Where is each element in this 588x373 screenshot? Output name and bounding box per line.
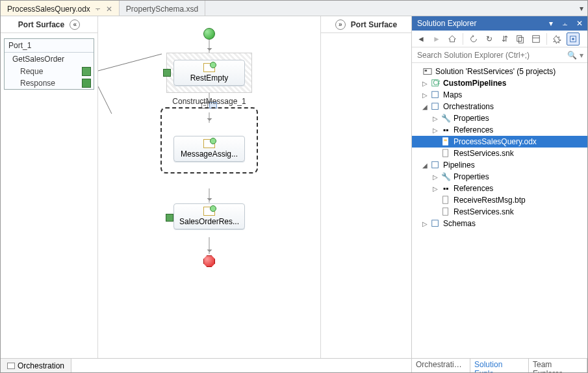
tree-references[interactable]: ▷ ▪▪ References [412, 124, 587, 136]
node-label: References [454, 184, 493, 193]
collapse-left-icon[interactable]: « [70, 19, 80, 30]
expand-icon[interactable]: ▷ [421, 220, 429, 227]
port-surface-title: Port Surface [351, 20, 397, 29]
home-icon[interactable] [446, 32, 459, 45]
stop-shape[interactable] [203, 255, 215, 267]
tree-properties[interactable]: ▷ 🔧 Properties [412, 112, 587, 124]
autohide-pin-icon[interactable]: ⫠ [560, 19, 570, 28]
connector-arrow [209, 237, 210, 254]
design-canvas[interactable]: RestEmpty − ConstructMessage_1 MessageAs… [98, 16, 320, 358]
tree-file-snk[interactable]: RestServices.snk [412, 206, 587, 218]
tree-file-snk[interactable]: RestServices.snk [412, 148, 587, 159]
svg-rect-14 [443, 138, 448, 145]
collapse-right-icon[interactable]: » [335, 19, 346, 30]
svg-rect-2 [517, 35, 522, 41]
view-icon[interactable] [567, 32, 580, 45]
solution-tree[interactable]: Solution 'RestServices' (5 projects) ▷ C… [412, 63, 587, 358]
tree-project-schemas[interactable]: ▷ Schemas [412, 218, 587, 229]
receive-container: RestEmpty [166, 53, 252, 93]
solution-explorer-search[interactable]: 🔍 ▾ [412, 47, 587, 63]
solution-explorer-titlebar[interactable]: Solution Explorer ▾ ⫠ ✕ [412, 16, 587, 31]
expand-icon[interactable]: ▷ [431, 115, 439, 122]
svg-line-1 [98, 86, 162, 114]
tree-references[interactable]: ▷ ▪▪ References [412, 183, 587, 194]
tab-solution-explorer[interactable]: Solution Explo... [470, 359, 529, 372]
tree-file-processsalesquery[interactable]: ProcessSalesQuery.odx [412, 136, 587, 148]
expand-icon[interactable]: ▷ [431, 174, 439, 181]
collapse-icon[interactable]: ◢ [421, 103, 429, 110]
assign-icon [203, 139, 215, 148]
construct-message-shape[interactable]: ConstructMessage_1 MessageAssig... [160, 107, 258, 174]
preview-icon[interactable] [551, 32, 564, 45]
orchestration-icon [7, 363, 15, 369]
node-label: Maps [443, 90, 462, 99]
wrench-icon: 🔧 [441, 172, 451, 181]
receive-port-connector[interactable] [163, 69, 171, 77]
port-shape[interactable]: Port_1 GetSalesOrder Reque Response [4, 38, 94, 90]
start-shape[interactable] [203, 28, 215, 40]
tree-project-custompipelines[interactable]: ▷ C# CustomPipelines [412, 77, 587, 89]
tab-team-explorer[interactable]: Team Explorer [529, 359, 587, 372]
svg-line-0 [98, 54, 162, 71]
designer-tab-orchestration[interactable]: Orchestration [1, 359, 71, 372]
tree-project-orchestrations[interactable]: ◢ Orchestrations [412, 101, 587, 112]
node-label: Properties [454, 172, 489, 181]
designer-bottom-tabs: Orchestration [1, 358, 411, 372]
tree-properties[interactable]: ▷ 🔧 Properties [412, 171, 587, 183]
properties-icon[interactable] [530, 32, 543, 45]
expand-icon[interactable]: ▷ [421, 80, 429, 87]
key-file-icon [441, 207, 451, 216]
receive-label: RestEmpty [190, 73, 229, 83]
expand-icon[interactable]: ▷ [431, 127, 439, 134]
tree-project-maps[interactable]: ▷ Maps [412, 89, 587, 101]
back-icon[interactable]: ◄ [415, 32, 428, 45]
request-label: Reque [20, 67, 43, 76]
project-icon [430, 161, 441, 170]
node-label: ProcessSalesQuery.odx [454, 137, 537, 146]
tab-orchestration-view[interactable]: Orchestration... [412, 359, 470, 372]
sync-icon[interactable] [467, 32, 480, 45]
references-icon: ▪▪ [441, 125, 451, 135]
refresh-icon[interactable]: ↻ [483, 32, 496, 45]
receive-shape[interactable]: RestEmpty [173, 60, 245, 86]
expand-icon[interactable]: ▷ [421, 92, 429, 99]
tab-overflow-dropdown[interactable]: ▾ [576, 1, 587, 16]
request-row[interactable]: Reque [5, 66, 94, 77]
tab-label: PropertySchema.xsd [126, 5, 198, 14]
response-port-node[interactable] [82, 79, 91, 88]
node-label: CustomPipelines [443, 79, 506, 88]
window-position-icon[interactable]: ▾ [546, 19, 556, 28]
tab-property-schema[interactable]: PropertySchema.xsd [120, 1, 205, 16]
svg-point-7 [572, 38, 574, 40]
search-icon[interactable]: 🔍 [567, 51, 577, 60]
solution-explorer-toolbar: ◄ ► ↻ ⇵ [412, 31, 587, 47]
close-icon[interactable]: ✕ [106, 5, 112, 14]
node-label: Properties [454, 114, 489, 123]
search-dropdown-icon[interactable]: ▾ [580, 51, 583, 60]
search-input[interactable] [416, 50, 567, 60]
message-assignment-shape[interactable]: MessageAssig... [173, 136, 245, 162]
collapse-icon[interactable]: ◢ [421, 162, 429, 169]
tree-solution-root[interactable]: Solution 'RestServices' (5 projects) [412, 66, 587, 77]
expand-icon[interactable]: ▷ [431, 185, 439, 192]
close-panel-icon[interactable]: ✕ [574, 19, 585, 28]
svg-rect-4 [533, 35, 540, 42]
request-port-node[interactable] [82, 67, 91, 76]
orchestration-designer: Port Surface « Port_1 GetSalesOrder Requ… [1, 16, 412, 372]
send-port-connector[interactable] [166, 214, 173, 222]
tab-process-sales-query[interactable]: ProcessSalesQuery.odx ⫟ ✕ [1, 1, 120, 16]
send-shape[interactable]: SalesOrderRes... [173, 203, 245, 229]
node-label: Solution 'RestServices' (5 projects) [435, 67, 556, 76]
show-all-files-icon[interactable] [514, 32, 527, 45]
collapse-all-icon[interactable]: ⇵ [498, 32, 511, 45]
svg-rect-3 [518, 37, 523, 43]
tab-label: ProcessSalesQuery.odx [7, 5, 90, 14]
key-file-icon [441, 149, 451, 158]
tree-project-pipelines[interactable]: ◢ Pipelines [412, 159, 587, 171]
pin-icon[interactable]: ⫟ [94, 5, 102, 14]
response-row[interactable]: Response [5, 77, 94, 89]
tree-file-btp[interactable]: ReceiveRestMsg.btp [412, 194, 587, 206]
port-name: Port_1 [5, 39, 94, 53]
forward-icon[interactable]: ► [430, 32, 443, 45]
svg-text:C#: C# [433, 79, 441, 86]
